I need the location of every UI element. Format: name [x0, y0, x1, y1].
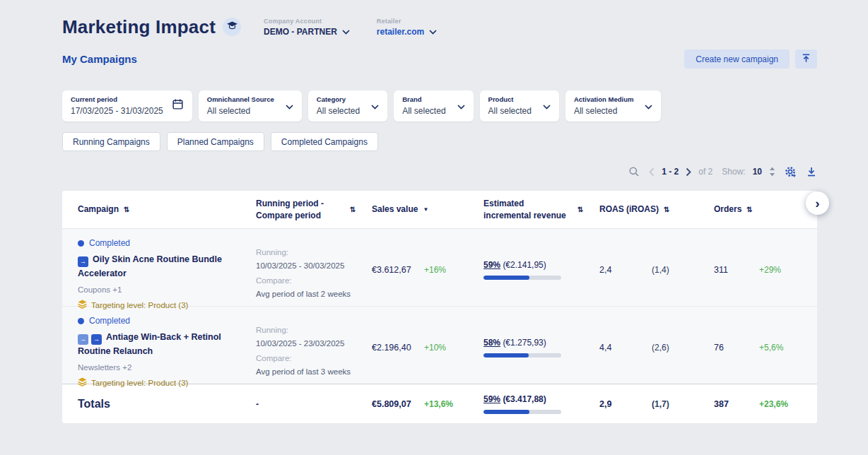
- chevron-down-icon: [429, 27, 437, 37]
- top-bar: Marketing Impact Company Account DEMO - …: [62, 16, 817, 38]
- status-badge: Completed: [78, 238, 237, 248]
- totals-sales-cell: €5.809,07 +13,6%: [372, 399, 483, 409]
- sort-icon: ⇅: [577, 206, 583, 213]
- sort-icon: ⇅: [664, 206, 669, 213]
- column-settings-gear-icon[interactable]: [785, 166, 797, 178]
- roas-cell: 2,4 (1,4): [599, 265, 714, 275]
- campaign-cell: Completed →→Antiage Win-Back + Retinol R…: [78, 307, 256, 388]
- campaign-medium: Coupons +1: [78, 285, 237, 294]
- incremental-value: (€2.141,95): [503, 260, 546, 270]
- incremental-value: (€1.275,93): [503, 338, 546, 348]
- page-previous-icon[interactable]: [649, 167, 655, 177]
- campaign-status-tabs: Running Campaigns Planned Campaigns Comp…: [62, 132, 817, 151]
- iroas-value: (1,4): [652, 265, 669, 275]
- table-scroll-right-button[interactable]: ›: [806, 191, 829, 215]
- chevron-down-icon: [645, 100, 652, 112]
- retailer-label: Retailer: [377, 18, 437, 25]
- incremental-progress-bar: [483, 276, 561, 280]
- column-header-sales-value[interactable]: Sales value ▼: [372, 203, 483, 215]
- incremental-percent[interactable]: 59%: [483, 260, 500, 270]
- tab-planned-campaigns[interactable]: Planned Campaigns: [167, 132, 264, 151]
- filter-current-period[interactable]: Current period 17/03/2025 - 31/03/2025: [62, 90, 192, 122]
- filter-omnichannel-source[interactable]: Omnichannel Source All selected: [199, 90, 302, 122]
- filter-category[interactable]: Category All selected: [308, 90, 387, 122]
- status-badge: Completed: [78, 316, 237, 326]
- sales-value: €5.809,07: [372, 399, 424, 409]
- page-content: Marketing Impact Company Account DEMO - …: [62, 0, 817, 423]
- campaign-type-icon: →: [78, 334, 88, 345]
- chevron-down-icon: [286, 100, 293, 112]
- column-header-roas[interactable]: ROAS (iROAS) ⇅: [599, 203, 714, 215]
- download-icon[interactable]: [806, 166, 817, 177]
- filter-brand[interactable]: Brand All selected: [394, 90, 473, 122]
- page-title: Marketing Impact: [62, 16, 216, 38]
- compare-period: Avg period of last 2 weeks: [256, 289, 372, 300]
- chevron-down-icon: [457, 100, 465, 112]
- compare-period: Avg period of last 3 weeks: [256, 367, 372, 377]
- sort-icon: ⇅: [124, 206, 129, 213]
- status-dot-icon: [78, 240, 84, 247]
- column-header-running-period[interactable]: Running period - Compare period ⇅: [256, 198, 372, 220]
- company-account-label: Company Account: [264, 18, 350, 25]
- incremental-cell: 59% (€2.141,95): [483, 260, 599, 280]
- tab-completed-campaigns[interactable]: Completed Campaigns: [271, 132, 378, 151]
- filter-label: Category: [317, 95, 360, 103]
- orders-delta: +5,6%: [759, 343, 783, 353]
- column-header-campaign[interactable]: Campaign ⇅: [78, 203, 256, 215]
- table-controls: 1 - 2 of 2 Show: 10: [62, 164, 817, 179]
- incremental-progress-bar: [483, 410, 561, 414]
- column-header-orders[interactable]: Orders ⇅: [714, 203, 817, 215]
- company-account-selector[interactable]: Company Account DEMO - PARTNER: [264, 18, 350, 37]
- totals-roas-cell: 2,9 (1,7): [599, 399, 714, 409]
- campaign-name[interactable]: →Oily Skin Acne Routine Bundle Accelerat…: [78, 253, 237, 280]
- retailer-selector[interactable]: Retailer retailer.com: [377, 18, 437, 37]
- status-dot-icon: [78, 318, 84, 324]
- academy-badge[interactable]: [223, 18, 241, 36]
- layers-icon: [78, 377, 87, 388]
- section-header: My Campaigns Create new campaign: [62, 49, 817, 69]
- sort-icon: ⇅: [746, 206, 752, 213]
- create-new-campaign-button[interactable]: Create new campaign: [684, 49, 790, 69]
- tab-running-campaigns[interactable]: Running Campaigns: [62, 132, 160, 151]
- totals-orders-cell: 387 +23,6%: [714, 399, 817, 409]
- scroll-to-top-button[interactable]: [795, 49, 817, 69]
- company-account-value: DEMO - PARTNER: [264, 27, 337, 37]
- sort-icon: ⇅: [350, 206, 356, 213]
- page-size-stepper-icon[interactable]: [769, 167, 775, 177]
- sales-cell: €3.612,67 +16%: [372, 265, 483, 275]
- filter-label: Current period: [71, 95, 163, 103]
- chevron-down-icon: [543, 100, 551, 112]
- filter-product[interactable]: Product All selected: [480, 90, 559, 122]
- running-period: 10/03/2025 - 23/03/2025: [256, 338, 372, 349]
- campaign-medium: Newsletters +2: [78, 363, 237, 372]
- page-range: 1 - 2: [662, 167, 679, 177]
- table-row: Completed →Oily Skin Acne Routine Bundle…: [62, 229, 817, 307]
- table-row: Completed →→Antiage Win-Back + Retinol R…: [62, 307, 817, 384]
- show-page-size[interactable]: 10: [753, 167, 762, 177]
- campaigns-table: Campaign ⇅ Running period - Compare peri…: [62, 191, 817, 423]
- filter-bar: Current period 17/03/2025 - 31/03/2025 O…: [62, 90, 817, 122]
- search-icon[interactable]: [628, 166, 640, 177]
- incremental-percent[interactable]: 58%: [483, 338, 500, 348]
- incremental-percent[interactable]: 59%: [483, 394, 500, 404]
- campaign-type-icon: →: [91, 334, 102, 345]
- orders-value: 387: [714, 399, 759, 409]
- section-title: My Campaigns: [62, 53, 137, 65]
- filter-label: Activation Medium: [574, 95, 633, 103]
- running-period: 10/03/2025 - 30/03/2025: [256, 261, 372, 271]
- period-cell: Running: 10/03/2025 - 23/03/2025 Compare…: [256, 307, 372, 382]
- incremental-progress-bar: [483, 353, 561, 358]
- roas-value: 2,9: [599, 399, 652, 409]
- orders-delta: +29%: [759, 265, 781, 275]
- sales-value: €3.612,67: [372, 265, 424, 275]
- page-next-icon[interactable]: [686, 167, 691, 177]
- filter-activation-medium[interactable]: Activation Medium All selected: [565, 90, 661, 122]
- orders-delta: +23,6%: [759, 399, 788, 409]
- graduation-cap-icon: [227, 20, 237, 33]
- orders-cell: 76 +5,6%: [714, 343, 817, 353]
- filter-value: All selected: [488, 106, 532, 116]
- column-header-incremental-revenue[interactable]: Estimated incremental revenue ⇅: [483, 198, 599, 220]
- iroas-value: (2,6): [652, 343, 669, 353]
- filter-value: All selected: [574, 106, 633, 116]
- campaign-name[interactable]: →→Antiage Win-Back + Retinol Routine Rel…: [78, 331, 237, 358]
